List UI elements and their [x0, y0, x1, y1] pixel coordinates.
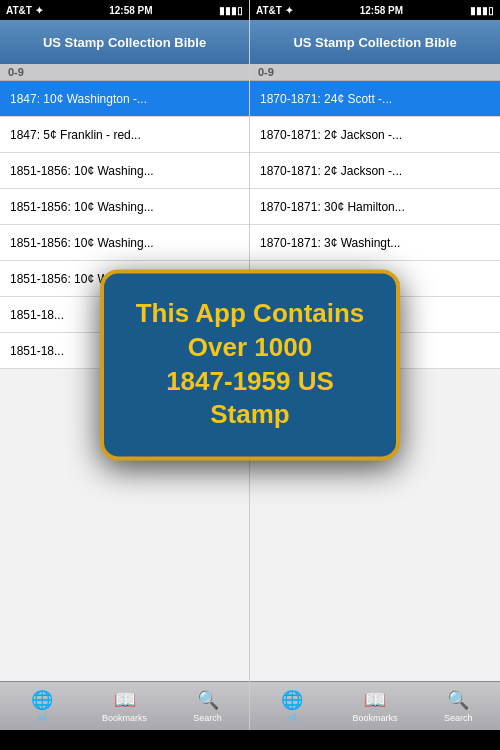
list-item[interactable]: 1851-1856: 10¢ Washing...	[0, 153, 249, 189]
carrier-right: AT&T ✦	[256, 5, 293, 16]
status-bar-left: AT&T ✦ 12:58 PM ▮▮▮▯	[0, 0, 249, 20]
battery-right: ▮▮▮▯	[470, 5, 494, 16]
search-icon: 🔍	[197, 689, 219, 711]
tab-all-left[interactable]: 🌐 All	[0, 682, 83, 730]
time-left: 12:58 PM	[109, 5, 152, 16]
bookmarks-icon: 📖	[114, 689, 136, 711]
globe-icon: 🌐	[281, 689, 303, 711]
status-bar-right: AT&T ✦ 12:58 PM ▮▮▮▯	[250, 0, 500, 20]
tab-search-right[interactable]: 🔍 Search	[417, 682, 500, 730]
list-item[interactable]: 1851-1856: 10¢ Washing...	[0, 225, 249, 261]
list-item[interactable]: 1870-1871: 30¢ Hamilton...	[250, 189, 500, 225]
nav-title-right: US Stamp Collection Bible	[250, 20, 500, 64]
tab-bar-left: 🌐 All 📖 Bookmarks 🔍 Search	[0, 681, 249, 730]
list-item[interactable]: 1847: 5¢ Franklin - red...	[0, 117, 249, 153]
nav-title-left: US Stamp Collection Bible	[0, 20, 249, 64]
promo-overlay[interactable]: This App Contains Over 1000 1847-1959 US…	[100, 269, 400, 460]
section-header-right-top: 0-9	[250, 64, 500, 81]
list-item[interactable]: 1870-1871: 2¢ Jackson -...	[250, 117, 500, 153]
globe-icon: 🌐	[31, 689, 53, 711]
tab-search-left[interactable]: 🔍 Search	[166, 682, 249, 730]
list-item[interactable]: 1870-1871: 3¢ Washingt...	[250, 225, 500, 261]
bookmarks-icon: 📖	[364, 689, 386, 711]
carrier-left: AT&T ✦	[6, 5, 43, 16]
overlay-text: This App Contains Over 1000 1847-1959 US…	[124, 297, 376, 432]
list-item[interactable]: 1870-1871: 24¢ Scott -...	[250, 81, 500, 117]
main-panels: AT&T ✦ 12:58 PM ▮▮▮▯ US Stamp Collection…	[0, 0, 500, 730]
tab-bookmarks-left[interactable]: 📖 Bookmarks	[83, 682, 166, 730]
section-header-left-top: 0-9	[0, 64, 249, 81]
tab-bookmarks-right[interactable]: 📖 Bookmarks	[333, 682, 416, 730]
battery-left: ▮▮▮▯	[219, 5, 243, 16]
list-item[interactable]: 1851-1856: 10¢ Washing...	[0, 189, 249, 225]
time-right: 12:58 PM	[360, 5, 403, 16]
tab-bar-right: 🌐 All 📖 Bookmarks 🔍 Search	[250, 681, 500, 730]
tab-all-right[interactable]: 🌐 All	[250, 682, 333, 730]
list-item[interactable]: 1870-1871: 2¢ Jackson -...	[250, 153, 500, 189]
search-icon: 🔍	[447, 689, 469, 711]
list-item[interactable]: 1847: 10¢ Washington -...	[0, 81, 249, 117]
